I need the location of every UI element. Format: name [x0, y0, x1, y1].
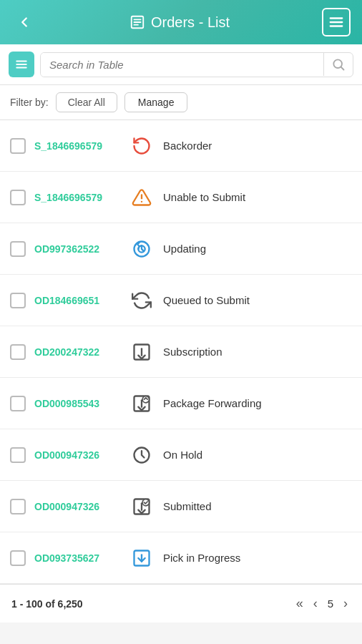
header-title: Orders - List	[129, 14, 230, 31]
order-id-4[interactable]: OD200247322	[34, 346, 120, 358]
search-input-container	[40, 52, 353, 77]
status-text-3: Queued to Submit	[163, 294, 352, 306]
prev-page-button[interactable]: ‹	[310, 595, 321, 613]
footer: 1 - 100 of 6,250 « ‹ 5 ›	[0, 584, 362, 623]
pagination-controls: « ‹ 5 ›	[293, 595, 351, 613]
row-checkbox-2[interactable]	[10, 241, 26, 257]
row-checkbox-0[interactable]	[10, 138, 26, 154]
header-title-text: Orders - List	[151, 14, 230, 31]
pagination-info: 1 - 100 of 6,250	[11, 598, 83, 610]
search-bar	[0, 44, 362, 85]
pick-in-progress-icon	[129, 545, 155, 571]
svg-line-11	[341, 67, 344, 70]
order-id-3[interactable]: OD184669651	[34, 295, 120, 306]
backorder-icon	[129, 133, 155, 159]
table-row: OD000985543 Package Forwarding	[0, 378, 362, 429]
row-checkbox-6[interactable]	[10, 447, 26, 463]
status-text-8: Pick in Progress	[163, 552, 352, 564]
manage-button[interactable]: Manage	[124, 92, 188, 112]
updating-icon	[129, 236, 155, 262]
submitted-icon	[129, 494, 155, 519]
orders-list: S_1846696579 Backorder S_1846696579 Unab…	[0, 120, 362, 584]
table-row: OD000947326 Submitted	[0, 481, 362, 532]
queued-to-submit-icon	[129, 288, 155, 313]
status-text-7: Submitted	[163, 500, 352, 512]
back-button[interactable]	[11, 9, 37, 35]
status-text-5: Package Forwarding	[163, 397, 352, 409]
search-button[interactable]	[323, 53, 353, 76]
order-id-8[interactable]: OD093735627	[34, 552, 120, 564]
first-page-button[interactable]: «	[293, 595, 306, 613]
order-id-5[interactable]: OD000985543	[34, 398, 120, 409]
order-id-7[interactable]: OD000947326	[34, 501, 120, 512]
table-row: OD184669651 Queued to Submit	[0, 275, 362, 326]
menu-button[interactable]	[322, 8, 351, 36]
status-text-1: Unable to Submit	[163, 191, 352, 203]
order-id-1[interactable]: S_1846696579	[34, 192, 120, 203]
next-page-button[interactable]: ›	[341, 595, 351, 613]
unable-to-submit-icon	[129, 185, 155, 210]
filter-label: Filter by:	[10, 97, 49, 108]
search-input[interactable]	[41, 53, 323, 77]
row-checkbox-1[interactable]	[10, 190, 26, 205]
app-header: Orders - List	[0, 0, 362, 44]
filter-toggle-button[interactable]	[9, 52, 34, 77]
clear-all-button[interactable]: Clear All	[56, 92, 117, 112]
row-checkbox-4[interactable]	[10, 344, 26, 360]
table-row: OD200247322 Subscription	[0, 326, 362, 378]
order-id-2[interactable]: OD997362522	[34, 243, 120, 255]
status-text-2: Updating	[163, 243, 352, 255]
table-row: OD093735627 Pick in Progress	[0, 532, 362, 584]
row-checkbox-7[interactable]	[10, 499, 26, 514]
row-checkbox-5[interactable]	[10, 396, 26, 411]
status-text-4: Subscription	[163, 346, 352, 358]
row-checkbox-3[interactable]	[10, 293, 26, 308]
filter-row: Filter by: Clear All Manage	[0, 85, 362, 120]
svg-point-18	[142, 396, 149, 402]
range-text: 1 - 100 of	[11, 598, 55, 610]
table-row: S_1846696579 Backorder	[0, 120, 362, 172]
table-row: OD997362522 Updating	[0, 223, 362, 275]
order-id-6[interactable]: OD000947326	[34, 449, 120, 461]
status-text-6: On Hold	[163, 449, 352, 461]
current-page: 5	[325, 597, 336, 610]
table-row: OD000947326 On Hold	[0, 429, 362, 481]
total-text: 6,250	[58, 598, 83, 610]
row-checkbox-8[interactable]	[10, 550, 26, 566]
order-id-0[interactable]: S_1846696579	[34, 140, 120, 152]
package-forwarding-icon	[129, 391, 155, 416]
subscription-icon	[129, 339, 155, 365]
on-hold-icon	[129, 442, 155, 468]
status-text-0: Backorder	[163, 140, 352, 152]
table-row: S_1846696579 Unable to Submit	[0, 172, 362, 223]
